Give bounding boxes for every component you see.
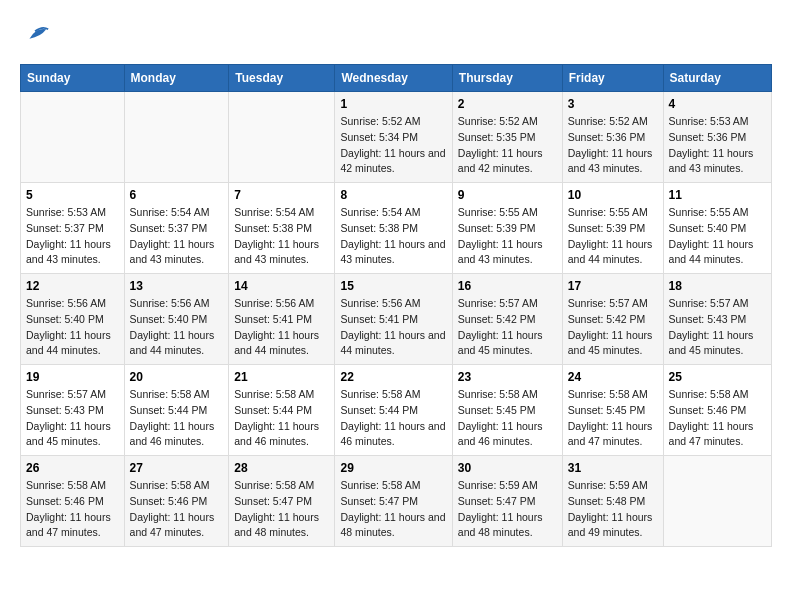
sunset-text: Sunset: 5:44 PM: [130, 404, 208, 416]
week-row-5: 26 Sunrise: 5:58 AM Sunset: 5:46 PM Dayl…: [21, 456, 772, 547]
day-info: Sunrise: 5:58 AM Sunset: 5:45 PM Dayligh…: [458, 387, 557, 450]
sunset-text: Sunset: 5:43 PM: [26, 404, 104, 416]
day-number: 19: [26, 370, 119, 384]
calendar-cell: 28 Sunrise: 5:58 AM Sunset: 5:47 PM Dayl…: [229, 456, 335, 547]
day-number: 10: [568, 188, 658, 202]
daylight-text: Daylight: 11 hours and 43 minutes.: [458, 238, 543, 266]
day-info: Sunrise: 5:59 AM Sunset: 5:47 PM Dayligh…: [458, 478, 557, 541]
day-info: Sunrise: 5:58 AM Sunset: 5:45 PM Dayligh…: [568, 387, 658, 450]
sunrise-text: Sunrise: 5:57 AM: [669, 297, 749, 309]
sunset-text: Sunset: 5:46 PM: [26, 495, 104, 507]
daylight-text: Daylight: 11 hours and 45 minutes.: [669, 329, 754, 357]
calendar-cell: 26 Sunrise: 5:58 AM Sunset: 5:46 PM Dayl…: [21, 456, 125, 547]
daylight-text: Daylight: 11 hours and 48 minutes.: [340, 511, 445, 539]
sunset-text: Sunset: 5:36 PM: [669, 131, 747, 143]
day-number: 5: [26, 188, 119, 202]
day-info: Sunrise: 5:55 AM Sunset: 5:39 PM Dayligh…: [568, 205, 658, 268]
calendar-cell: 2 Sunrise: 5:52 AM Sunset: 5:35 PM Dayli…: [452, 92, 562, 183]
day-info: Sunrise: 5:58 AM Sunset: 5:46 PM Dayligh…: [669, 387, 766, 450]
sunset-text: Sunset: 5:35 PM: [458, 131, 536, 143]
daylight-text: Daylight: 11 hours and 48 minutes.: [234, 511, 319, 539]
daylight-text: Daylight: 11 hours and 49 minutes.: [568, 511, 653, 539]
day-number: 28: [234, 461, 329, 475]
day-number: 24: [568, 370, 658, 384]
sunset-text: Sunset: 5:40 PM: [26, 313, 104, 325]
sunset-text: Sunset: 5:36 PM: [568, 131, 646, 143]
sunrise-text: Sunrise: 5:58 AM: [340, 388, 420, 400]
sunrise-text: Sunrise: 5:57 AM: [568, 297, 648, 309]
sunrise-text: Sunrise: 5:58 AM: [234, 479, 314, 491]
sunrise-text: Sunrise: 5:56 AM: [26, 297, 106, 309]
sunset-text: Sunset: 5:46 PM: [130, 495, 208, 507]
day-info: Sunrise: 5:57 AM Sunset: 5:43 PM Dayligh…: [26, 387, 119, 450]
day-number: 18: [669, 279, 766, 293]
header-cell-monday: Monday: [124, 65, 229, 92]
sunset-text: Sunset: 5:45 PM: [568, 404, 646, 416]
sunrise-text: Sunrise: 5:55 AM: [568, 206, 648, 218]
daylight-text: Daylight: 11 hours and 47 minutes.: [26, 511, 111, 539]
header-cell-saturday: Saturday: [663, 65, 771, 92]
day-number: 11: [669, 188, 766, 202]
daylight-text: Daylight: 11 hours and 43 minutes.: [26, 238, 111, 266]
day-number: 8: [340, 188, 446, 202]
day-info: Sunrise: 5:59 AM Sunset: 5:48 PM Dayligh…: [568, 478, 658, 541]
calendar-cell: 12 Sunrise: 5:56 AM Sunset: 5:40 PM Dayl…: [21, 274, 125, 365]
calendar-cell: 27 Sunrise: 5:58 AM Sunset: 5:46 PM Dayl…: [124, 456, 229, 547]
daylight-text: Daylight: 11 hours and 47 minutes.: [130, 511, 215, 539]
daylight-text: Daylight: 11 hours and 44 minutes.: [234, 329, 319, 357]
day-info: Sunrise: 5:57 AM Sunset: 5:42 PM Dayligh…: [568, 296, 658, 359]
calendar-cell: 1 Sunrise: 5:52 AM Sunset: 5:34 PM Dayli…: [335, 92, 452, 183]
daylight-text: Daylight: 11 hours and 47 minutes.: [568, 420, 653, 448]
day-info: Sunrise: 5:54 AM Sunset: 5:37 PM Dayligh…: [130, 205, 224, 268]
day-number: 17: [568, 279, 658, 293]
calendar-cell: [663, 456, 771, 547]
daylight-text: Daylight: 11 hours and 45 minutes.: [568, 329, 653, 357]
header-cell-sunday: Sunday: [21, 65, 125, 92]
sunset-text: Sunset: 5:47 PM: [340, 495, 418, 507]
calendar-cell: 22 Sunrise: 5:58 AM Sunset: 5:44 PM Dayl…: [335, 365, 452, 456]
day-info: Sunrise: 5:52 AM Sunset: 5:36 PM Dayligh…: [568, 114, 658, 177]
day-number: 31: [568, 461, 658, 475]
day-info: Sunrise: 5:56 AM Sunset: 5:40 PM Dayligh…: [130, 296, 224, 359]
day-number: 2: [458, 97, 557, 111]
day-info: Sunrise: 5:55 AM Sunset: 5:40 PM Dayligh…: [669, 205, 766, 268]
sunset-text: Sunset: 5:44 PM: [234, 404, 312, 416]
calendar-cell: 18 Sunrise: 5:57 AM Sunset: 5:43 PM Dayl…: [663, 274, 771, 365]
daylight-text: Daylight: 11 hours and 46 minutes.: [340, 420, 445, 448]
calendar-cell: [124, 92, 229, 183]
day-number: 27: [130, 461, 224, 475]
calendar-cell: 19 Sunrise: 5:57 AM Sunset: 5:43 PM Dayl…: [21, 365, 125, 456]
calendar-cell: 31 Sunrise: 5:59 AM Sunset: 5:48 PM Dayl…: [562, 456, 663, 547]
day-number: 21: [234, 370, 329, 384]
sunset-text: Sunset: 5:42 PM: [568, 313, 646, 325]
calendar-cell: 30 Sunrise: 5:59 AM Sunset: 5:47 PM Dayl…: [452, 456, 562, 547]
day-number: 7: [234, 188, 329, 202]
sunset-text: Sunset: 5:38 PM: [340, 222, 418, 234]
calendar-header: SundayMondayTuesdayWednesdayThursdayFrid…: [21, 65, 772, 92]
header: [20, 20, 772, 48]
calendar-cell: 14 Sunrise: 5:56 AM Sunset: 5:41 PM Dayl…: [229, 274, 335, 365]
sunrise-text: Sunrise: 5:57 AM: [458, 297, 538, 309]
day-info: Sunrise: 5:53 AM Sunset: 5:37 PM Dayligh…: [26, 205, 119, 268]
sunset-text: Sunset: 5:48 PM: [568, 495, 646, 507]
calendar-cell: 5 Sunrise: 5:53 AM Sunset: 5:37 PM Dayli…: [21, 183, 125, 274]
day-info: Sunrise: 5:58 AM Sunset: 5:47 PM Dayligh…: [234, 478, 329, 541]
sunrise-text: Sunrise: 5:58 AM: [130, 388, 210, 400]
day-number: 26: [26, 461, 119, 475]
calendar-cell: 11 Sunrise: 5:55 AM Sunset: 5:40 PM Dayl…: [663, 183, 771, 274]
calendar-cell: 23 Sunrise: 5:58 AM Sunset: 5:45 PM Dayl…: [452, 365, 562, 456]
header-cell-thursday: Thursday: [452, 65, 562, 92]
header-cell-tuesday: Tuesday: [229, 65, 335, 92]
day-number: 4: [669, 97, 766, 111]
sunset-text: Sunset: 5:40 PM: [669, 222, 747, 234]
sunrise-text: Sunrise: 5:59 AM: [568, 479, 648, 491]
sunrise-text: Sunrise: 5:54 AM: [234, 206, 314, 218]
sunrise-text: Sunrise: 5:53 AM: [26, 206, 106, 218]
daylight-text: Daylight: 11 hours and 44 minutes.: [26, 329, 111, 357]
calendar-cell: [21, 92, 125, 183]
calendar-cell: 7 Sunrise: 5:54 AM Sunset: 5:38 PM Dayli…: [229, 183, 335, 274]
sunset-text: Sunset: 5:43 PM: [669, 313, 747, 325]
day-info: Sunrise: 5:54 AM Sunset: 5:38 PM Dayligh…: [340, 205, 446, 268]
day-info: Sunrise: 5:58 AM Sunset: 5:44 PM Dayligh…: [234, 387, 329, 450]
day-number: 12: [26, 279, 119, 293]
